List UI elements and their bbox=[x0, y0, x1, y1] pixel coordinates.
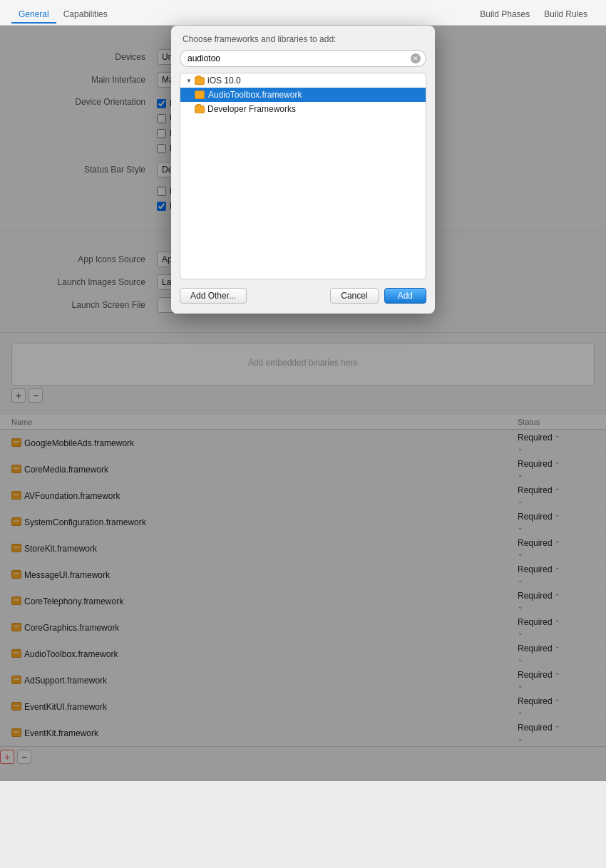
modal-title: Choose frameworks and libraries to add: bbox=[171, 26, 435, 50]
modal-overlay: Choose frameworks and libraries to add: … bbox=[0, 26, 606, 781]
tree-item-audiotoolbox[interactable]: AudioToolbox.framework bbox=[180, 88, 426, 102]
modal-tree: ▼ iOS 10.0 AudioToolbox.framework Develo… bbox=[180, 73, 426, 279]
tree-label-ios10: iOS 10.0 bbox=[207, 76, 241, 86]
modal-search-area: ✕ bbox=[171, 50, 435, 73]
cancel-button[interactable]: Cancel bbox=[330, 288, 378, 304]
folder-icon-devframeworks bbox=[195, 105, 205, 113]
tree-item-devframeworks[interactable]: Developer Frameworks bbox=[180, 102, 426, 116]
modal-footer: Add Other... Cancel Add bbox=[171, 279, 435, 314]
tab-bar: General Capabilities Build Phases Build … bbox=[0, 0, 606, 26]
main-content: Devices Universal Main Interface Main bbox=[0, 26, 606, 781]
add-button[interactable]: Add bbox=[384, 288, 426, 304]
tab-capabilities[interactable]: Capabilities bbox=[56, 6, 115, 24]
modal-search-input[interactable] bbox=[180, 50, 426, 67]
tree-label-devframeworks: Developer Frameworks bbox=[207, 104, 296, 114]
modal-search-wrap: ✕ bbox=[180, 50, 426, 67]
search-clear-button[interactable]: ✕ bbox=[411, 53, 421, 63]
add-other-button[interactable]: Add Other... bbox=[180, 288, 247, 304]
modal-action-buttons: Cancel Add bbox=[330, 288, 426, 304]
tree-label-audiotoolbox: AudioToolbox.framework bbox=[208, 90, 302, 100]
tree-arrow-ios10: ▼ bbox=[186, 78, 193, 84]
folder-icon-ios10 bbox=[195, 77, 205, 85]
tab-build-phases[interactable]: Build Phases bbox=[473, 6, 537, 24]
tab-general[interactable]: General bbox=[11, 6, 56, 24]
modal-dialog: Choose frameworks and libraries to add: … bbox=[171, 26, 435, 314]
tab-build-rules[interactable]: Build Rules bbox=[537, 6, 595, 24]
framework-icon-audiotoolbox bbox=[195, 91, 205, 99]
tree-item-ios10[interactable]: ▼ iOS 10.0 bbox=[180, 73, 426, 88]
